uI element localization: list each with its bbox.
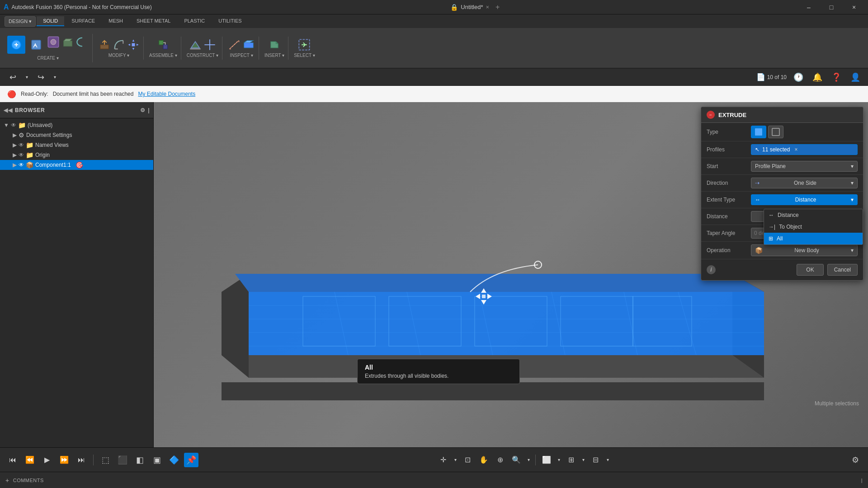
design-dropdown-button[interactable]: DESIGN ▾ bbox=[5, 16, 36, 27]
ok-button[interactable]: OK bbox=[797, 264, 823, 276]
create-label[interactable]: CREATE ▾ bbox=[37, 56, 59, 61]
profiles-select-button[interactable]: ↖ 11 selected × bbox=[751, 144, 858, 155]
select-label[interactable]: SELECT ▾ bbox=[294, 53, 315, 58]
tab-sheet-metal[interactable]: SHEET METAL bbox=[130, 16, 177, 26]
operation-select[interactable]: 📦 New Body ▾ bbox=[751, 244, 858, 256]
tab-utilities[interactable]: UTILITIES bbox=[212, 16, 248, 26]
measure-icon[interactable] bbox=[228, 38, 241, 51]
type-solid-button[interactable] bbox=[751, 126, 766, 138]
insert-label[interactable]: INSERT ▾ bbox=[264, 53, 284, 58]
tab-plastic[interactable]: PLASTIC bbox=[178, 16, 211, 26]
extrude-close-button[interactable]: − bbox=[707, 111, 715, 119]
tab-solid[interactable]: SOLID bbox=[37, 16, 64, 26]
named-views-toggle[interactable]: ▶ bbox=[13, 142, 17, 148]
next-button[interactable]: ⏩ bbox=[57, 453, 71, 467]
select-filter-icon[interactable] bbox=[298, 38, 311, 51]
doc-settings-toggle[interactable]: ▶ bbox=[13, 132, 17, 138]
tab-mesh[interactable]: MESH bbox=[102, 16, 129, 26]
notifications-button[interactable]: 🔔 bbox=[810, 70, 825, 84]
extent-type-select[interactable]: ↔ Distance ▾ bbox=[751, 194, 858, 205]
redo-dropdown-button[interactable]: ▾ bbox=[52, 70, 58, 84]
origin-toggle[interactable]: ▶ bbox=[13, 152, 17, 158]
sketch-current-button[interactable]: 📌 bbox=[184, 453, 198, 467]
zoom-button[interactable]: 🔍 bbox=[509, 453, 524, 467]
sketch-display-button[interactable]: ⬚ bbox=[98, 453, 113, 467]
orbit-button[interactable]: ⊕ bbox=[493, 453, 507, 467]
display-mode-button[interactable]: ⬜ bbox=[539, 453, 554, 467]
extrude-icon[interactable] bbox=[61, 36, 74, 48]
layout-button[interactable]: ⊟ bbox=[588, 453, 603, 467]
move-icon[interactable] bbox=[127, 38, 140, 51]
browser-item-component1[interactable]: ▶ 👁 📦 Component1:1 🎯 bbox=[0, 160, 153, 170]
close-button[interactable]: × bbox=[844, 0, 864, 14]
dropdown-distance-item[interactable]: ↔ Distance bbox=[764, 209, 863, 221]
browser-item-named-views[interactable]: ▶ 👁 📁 Named Views bbox=[0, 140, 153, 150]
component1-toggle[interactable]: ▶ bbox=[13, 162, 17, 168]
add-comment-icon[interactable]: + bbox=[5, 477, 9, 484]
grid-dropdown-button[interactable]: ▾ bbox=[580, 453, 586, 467]
undo-dropdown-button[interactable]: ▾ bbox=[24, 70, 30, 84]
browser-item-origin[interactable]: ▶ 👁 📁 Origin bbox=[0, 150, 153, 160]
redo-button[interactable]: ↪ bbox=[33, 70, 48, 84]
revolve-icon[interactable] bbox=[76, 36, 89, 48]
start-select[interactable]: Profile Plane ▾ bbox=[751, 161, 858, 172]
selection-mode-button[interactable]: ⊡ bbox=[460, 453, 475, 467]
construct-label[interactable]: CONSTRUCT ▾ bbox=[187, 53, 218, 58]
prev-first-button[interactable]: ⏮ bbox=[5, 453, 20, 467]
tab-surface[interactable]: SURFACE bbox=[65, 16, 101, 26]
modify-label[interactable]: MODIFY ▾ bbox=[108, 53, 129, 58]
clock-button[interactable]: 🕐 bbox=[791, 70, 806, 84]
dropdown-all-item[interactable]: ⊞ All bbox=[764, 233, 863, 244]
my-editable-docs-link[interactable]: My Editable Documents bbox=[138, 91, 195, 97]
comments-panel-toggle[interactable]: | bbox=[861, 478, 863, 483]
help-button[interactable]: ❓ bbox=[829, 70, 844, 84]
plane-icon[interactable] bbox=[189, 38, 202, 51]
pan-button[interactable]: ✋ bbox=[476, 453, 491, 467]
maximize-button[interactable]: □ bbox=[821, 0, 842, 14]
cancel-button[interactable]: Cancel bbox=[827, 264, 858, 276]
display-dropdown-button[interactable]: ▾ bbox=[556, 453, 562, 467]
dropdown-to-object-item[interactable]: →| To Object bbox=[764, 221, 863, 233]
new-component-icon[interactable] bbox=[7, 36, 25, 54]
browser-panel-toggle[interactable]: | bbox=[148, 107, 150, 113]
origin-eye-icon[interactable]: 👁 bbox=[19, 152, 24, 158]
prev-button[interactable]: ⏪ bbox=[23, 453, 37, 467]
grid-button[interactable]: ⊞ bbox=[564, 453, 578, 467]
minimize-button[interactable]: – bbox=[798, 0, 819, 14]
sketch-display-3-button[interactable]: ◧ bbox=[132, 453, 147, 467]
browser-item-doc-settings[interactable]: ▶ ⚙ Document Settings bbox=[0, 130, 153, 140]
info-button[interactable]: i bbox=[707, 265, 716, 274]
root-eye-icon[interactable]: 👁 bbox=[11, 122, 16, 128]
inspect-label[interactable]: INSPECT ▾ bbox=[230, 53, 253, 58]
create-form-icon[interactable] bbox=[47, 36, 60, 48]
snap-dropdown-button[interactable]: ▾ bbox=[452, 453, 458, 467]
undo-button[interactable]: ↩ bbox=[5, 70, 20, 84]
type-surface-button[interactable] bbox=[768, 126, 783, 138]
account-button[interactable]: 👤 bbox=[848, 70, 863, 84]
sketch-display-4-button[interactable]: ▣ bbox=[150, 453, 164, 467]
direction-select[interactable]: ⇢ One Side ▾ bbox=[751, 178, 858, 188]
collapse-browser-button[interactable]: ◀◀ bbox=[4, 107, 12, 113]
zoom-dropdown-button[interactable]: ▾ bbox=[525, 453, 532, 467]
new-tab-btn[interactable]: + bbox=[495, 3, 500, 11]
root-toggle[interactable]: ▼ bbox=[4, 122, 9, 128]
settings-button[interactable]: ⚙ bbox=[848, 453, 863, 467]
browser-settings-icon[interactable]: ⚙ bbox=[140, 107, 146, 113]
tab-close-icon[interactable]: × bbox=[486, 4, 489, 10]
assemble-label[interactable]: ASSEMBLE ▾ bbox=[149, 53, 177, 58]
sketch-display-5-button[interactable]: 🔷 bbox=[167, 453, 181, 467]
assemble-icon[interactable] bbox=[157, 38, 170, 51]
viewport[interactable]: TOP ⌂ All Extrudes through all visible b… bbox=[154, 102, 868, 447]
next-last-button[interactable]: ⏭ bbox=[74, 453, 89, 467]
play-button[interactable]: ▶ bbox=[40, 453, 54, 467]
layout-dropdown-button[interactable]: ▾ bbox=[604, 453, 611, 467]
press-pull-icon[interactable] bbox=[98, 38, 111, 51]
insert-derive-icon[interactable] bbox=[268, 38, 281, 51]
profiles-clear-button[interactable]: × bbox=[794, 146, 797, 153]
axis-icon[interactable] bbox=[203, 38, 216, 51]
sketch-display-2-button[interactable]: ⬛ bbox=[115, 453, 130, 467]
section-analysis-icon[interactable] bbox=[242, 38, 255, 51]
sketch-icon[interactable] bbox=[27, 36, 45, 54]
snap-button[interactable]: ✛ bbox=[436, 453, 450, 467]
browser-item-root[interactable]: ▼ 👁 📁 (Unsaved) bbox=[0, 120, 153, 130]
